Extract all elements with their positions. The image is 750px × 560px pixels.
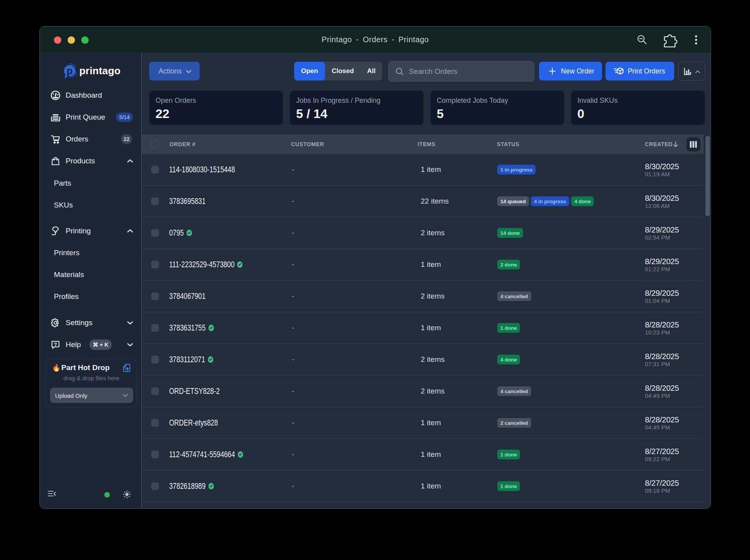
- svg-text:?: ?: [54, 342, 57, 347]
- svg-text:p: p: [67, 65, 73, 76]
